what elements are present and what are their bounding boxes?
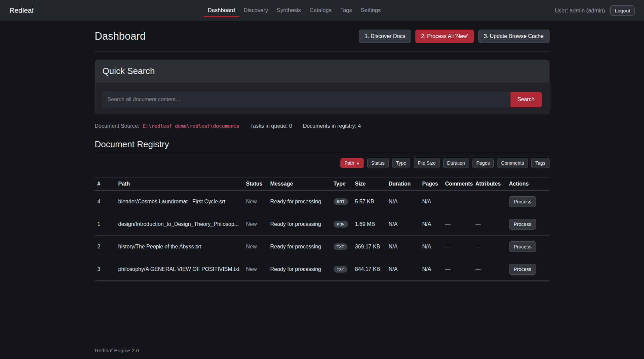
cell-size: 844.17 KB <box>352 258 386 281</box>
cell-attributes: — <box>473 236 506 258</box>
process-button[interactable]: Process <box>509 241 536 252</box>
header-attributes: Attributes <box>473 177 506 191</box>
registry-title: Document Registry <box>95 139 550 150</box>
cell-path: philosophy/A GENERAL VIEW OF POSITIVISM.… <box>116 258 243 281</box>
type-badge: TXT <box>334 266 348 273</box>
cell-num: 3 <box>95 258 116 281</box>
nav-item-dashboard[interactable]: Dashboard <box>204 4 239 17</box>
cell-actions: Process <box>506 258 550 281</box>
documents-in-registry: Documents in registry: 4 <box>303 123 361 129</box>
cell-type: TXT <box>331 236 352 258</box>
cell-duration: N/A <box>386 213 420 236</box>
process-all-new-button[interactable]: 2. Process All 'New' <box>415 30 474 43</box>
search-input-group: Search <box>103 92 542 107</box>
cell-duration: N/A <box>386 191 420 213</box>
sort-button-duration[interactable]: Duration <box>443 158 469 168</box>
navbar-right: User: admin (admin) Logout <box>555 5 635 16</box>
cell-status: New <box>243 191 268 213</box>
status-bar: Document Source: E:\redleaf demo\redleaf… <box>95 123 550 129</box>
document-source-path: E:\redleaf demo\redleaf\documents <box>143 123 239 129</box>
page-header: Dashboard 1. Discover Docs 2. Process Al… <box>95 30 550 43</box>
header-num: # <box>95 177 116 191</box>
cell-comments: — <box>443 213 473 236</box>
cell-status: New <box>243 236 268 258</box>
sort-button-tags[interactable]: Tags <box>531 158 550 168</box>
sort-button-status[interactable]: Status <box>367 158 389 168</box>
cell-type: PDF <box>331 213 352 236</box>
divider <box>95 153 550 153</box>
nav-item-synthesis[interactable]: Synthesis <box>273 4 305 17</box>
cell-size: 369.17 KB <box>352 236 386 258</box>
cell-path: blender/Cosmos Laundromat - First Cycle.… <box>116 191 243 213</box>
type-badge: TXT <box>334 243 348 250</box>
cell-message: Ready for processing <box>268 191 331 213</box>
process-button[interactable]: Process <box>509 264 536 275</box>
sort-button-label: Path <box>344 160 354 166</box>
main-content: Dashboard 1. Discover Docs 2. Process Al… <box>95 21 550 281</box>
cell-path: history/The People of the Abyss.txt <box>116 236 243 258</box>
nav-item-discovery[interactable]: Discovery <box>240 4 272 17</box>
tasks-in-queue: Tasks in queue: 0 <box>250 123 292 129</box>
brand-logo[interactable]: Redleaf <box>9 6 34 14</box>
search-input[interactable] <box>103 92 510 107</box>
header-pages: Pages <box>420 177 443 191</box>
cell-message: Ready for processing <box>268 236 331 258</box>
process-button[interactable]: Process <box>509 196 536 207</box>
cell-num: 2 <box>95 236 116 258</box>
cell-comments: — <box>443 236 473 258</box>
cell-status: New <box>243 213 268 236</box>
header-status: Status <box>243 177 268 191</box>
update-browse-cache-button[interactable]: 3. Update Browse Cache <box>478 30 550 43</box>
cell-duration: N/A <box>386 236 420 258</box>
cell-actions: Process <box>506 213 550 236</box>
logout-button[interactable]: Logout <box>610 5 635 16</box>
type-badge: SRT <box>334 198 348 205</box>
table-row: 2 history/The People of the Abyss.txt Ne… <box>95 236 550 258</box>
header-actions: Actions <box>506 177 550 191</box>
workflow-actions: 1. Discover Docs 2. Process All 'New' 3.… <box>359 30 549 43</box>
quick-search-header: Quick Search <box>95 60 549 82</box>
cell-actions: Process <box>506 236 550 258</box>
cell-attributes: — <box>473 213 506 236</box>
document-source-label: Document Source: <box>95 123 140 129</box>
divider <box>95 51 550 51</box>
cell-pages: N/A <box>420 213 443 236</box>
cell-message: Ready for processing <box>268 258 331 281</box>
sort-button-file-size[interactable]: File Size <box>414 158 440 168</box>
navbar: Redleaf Dashboard Discovery Synthesis Ca… <box>0 0 644 21</box>
nav-item-settings[interactable]: Settings <box>357 4 385 17</box>
header-comments: Comments <box>443 177 473 191</box>
discover-docs-button[interactable]: 1. Discover Docs <box>359 30 411 43</box>
search-button[interactable]: Search <box>510 92 542 107</box>
cell-actions: Process <box>506 191 550 213</box>
cell-type: SRT <box>331 191 352 213</box>
cell-pages: N/A <box>420 236 443 258</box>
cell-pages: N/A <box>420 191 443 213</box>
type-badge: PDF <box>334 221 348 228</box>
document-registry-table: # Path Status Message Type Size Duration… <box>95 177 550 281</box>
cell-duration: N/A <box>386 258 420 281</box>
cell-comments: — <box>443 191 473 213</box>
nav-item-catalogs[interactable]: Catalogs <box>306 4 336 17</box>
cell-type: TXT <box>331 258 352 281</box>
page-title: Dashboard <box>95 30 146 42</box>
cell-pages: N/A <box>420 258 443 281</box>
sort-button-type[interactable]: Type <box>392 158 410 168</box>
header-type: Type <box>331 177 352 191</box>
cell-message: Ready for processing <box>268 213 331 236</box>
quick-search-body: Search <box>95 82 549 114</box>
sort-button-path[interactable]: Path▲ <box>340 158 364 168</box>
cell-attributes: — <box>473 258 506 281</box>
nav-item-tags[interactable]: Tags <box>336 4 356 17</box>
cell-num: 4 <box>95 191 116 213</box>
header-duration: Duration <box>386 177 420 191</box>
sort-button-pages[interactable]: Pages <box>472 158 494 168</box>
engine-version: Redleaf Engine 2.0 <box>95 348 139 353</box>
header-path: Path <box>116 177 243 191</box>
cell-path: design/Introduction_to_Design_Theory_Phi… <box>116 213 243 236</box>
table-row: 1 design/Introduction_to_Design_Theory_P… <box>95 213 550 236</box>
sort-button-comments[interactable]: Comments <box>497 158 528 168</box>
footer: Redleaf Engine 2.0 <box>95 348 550 359</box>
process-button[interactable]: Process <box>509 219 536 230</box>
cell-comments: — <box>443 258 473 281</box>
